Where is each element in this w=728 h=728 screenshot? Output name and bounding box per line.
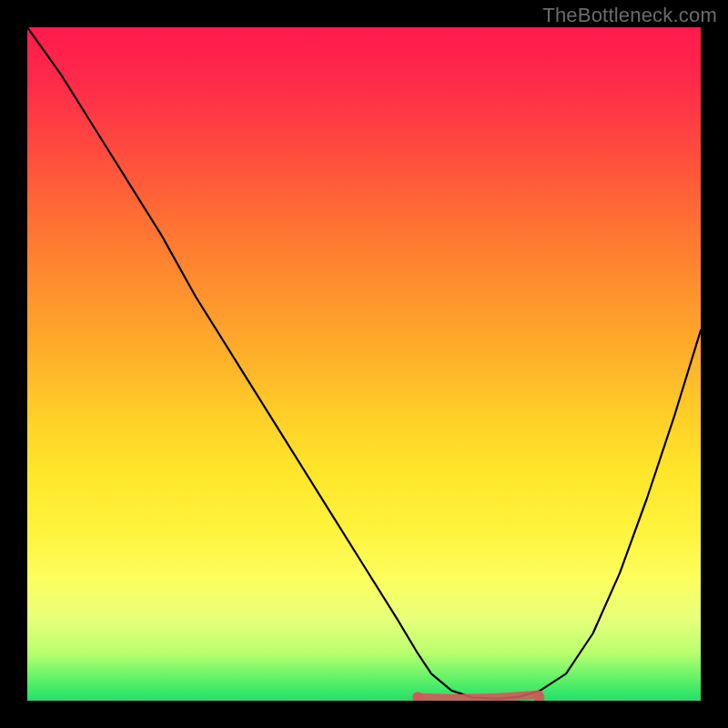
bottleneck-curve	[27, 27, 701, 699]
watermark-text: TheBottleneck.com	[542, 4, 717, 27]
plot-area	[27, 27, 701, 701]
min-marker-dot-start	[412, 692, 423, 701]
curve-svg	[27, 27, 701, 701]
min-marker-band	[418, 694, 539, 698]
chart-frame: TheBottleneck.com	[0, 0, 728, 728]
